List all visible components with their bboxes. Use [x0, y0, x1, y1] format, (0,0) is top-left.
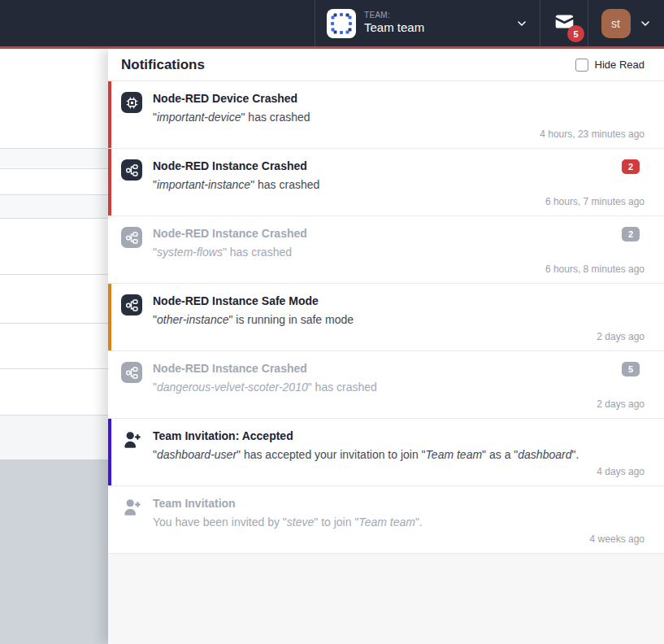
notification-message: "important-instance" has crashed	[153, 178, 644, 191]
notification-title: Team Invitation: Accepted	[153, 429, 644, 442]
avatar: st	[601, 9, 631, 38]
notification-message: You have been invited by "steve" to join…	[153, 516, 644, 529]
unread-accent-bar	[108, 284, 111, 350]
notification-timestamp: 6 hours, 8 minutes ago	[545, 263, 644, 275]
notification-message: "important-device" has crashed	[153, 111, 644, 124]
notification-body: Team Invitation: Accepted"dashboard-user…	[153, 429, 644, 461]
chip-icon	[121, 92, 142, 113]
notification-title: Node-RED Instance Crashed	[153, 159, 644, 172]
notification-timestamp: 2 days ago	[597, 331, 644, 342]
user-add-icon	[121, 429, 142, 450]
notification-title: Node-RED Instance Crashed	[153, 227, 644, 240]
notification-body: Node-RED Device Crashed"important-device…	[153, 92, 644, 124]
unread-accent-bar	[108, 351, 111, 418]
notification-count-badge: 2	[622, 159, 640, 174]
instance-icon	[121, 227, 142, 248]
notification-list: Node-RED Device Crashed"important-device…	[108, 81, 664, 554]
unread-count-badge: 5	[567, 25, 584, 42]
notification-title: Team Invitation	[153, 497, 644, 510]
chevron-down-icon	[515, 17, 528, 30]
team-switcher-text: TEAM: Team team	[364, 11, 507, 36]
notification-title: Node-RED Instance Safe Mode	[153, 294, 644, 307]
notification-body: Team InvitationYou have been invited by …	[153, 497, 644, 529]
screen: TEAM: Team team 5 st	[0, 0, 664, 644]
unread-accent-bar	[108, 486, 111, 553]
hide-read-label: Hide Read	[595, 59, 644, 71]
user-menu[interactable]: st	[588, 0, 664, 46]
notification-item[interactable]: Node-RED Instance Crashed"important-inst…	[108, 149, 664, 216]
notification-item[interactable]: Node-RED Instance Safe Mode"other-instan…	[108, 284, 664, 351]
notification-timestamp: 4 days ago	[597, 466, 644, 477]
unread-accent-bar	[108, 81, 111, 148]
team-name: Team team	[364, 20, 507, 36]
unread-accent-bar	[108, 216, 111, 283]
hide-read-checkbox[interactable]	[575, 59, 588, 72]
notification-title: Node-RED Instance Crashed	[153, 362, 644, 375]
user-add-icon	[121, 497, 142, 518]
panel-header: Notifications Hide Read	[108, 49, 664, 81]
top-navbar: TEAM: Team team 5 st	[0, 0, 664, 46]
notification-count-badge: 5	[622, 362, 640, 376]
notification-body: Node-RED Instance Crashed"system-flows" …	[153, 227, 644, 259]
notification-body: Node-RED Instance Safe Mode"other-instan…	[153, 294, 644, 326]
instance-icon	[121, 294, 142, 315]
notification-item[interactable]: Team InvitationYou have been invited by …	[108, 486, 664, 554]
team-switcher[interactable]: TEAM: Team team	[315, 0, 540, 46]
notification-title: Node-RED Device Crashed	[153, 92, 644, 105]
notification-message: "dangerous-velvet-scoter-2010" has crash…	[153, 381, 644, 394]
instance-icon	[121, 159, 142, 181]
notification-timestamp: 6 hours, 7 minutes ago	[545, 196, 644, 207]
team-accent-bar	[0, 46, 664, 49]
notification-item[interactable]: Node-RED Instance Crashed"system-flows" …	[108, 216, 664, 284]
notification-timestamp: 4 weeks ago	[590, 533, 644, 545]
navbar-spacer	[0, 0, 315, 46]
unread-accent-bar	[108, 149, 111, 215]
notification-timestamp: 4 hours, 23 minutes ago	[540, 128, 644, 140]
chevron-down-icon	[639, 17, 652, 30]
notifications-panel: Notifications Hide Read Node-RED Device …	[108, 49, 664, 644]
notification-item[interactable]: Team Invitation: Accepted"dashboard-user…	[108, 419, 664, 486]
notification-body: Node-RED Instance Crashed"important-inst…	[153, 159, 644, 191]
notification-message: "other-instance" is running in safe mode	[153, 313, 644, 326]
notifications-button[interactable]: 5	[540, 0, 588, 46]
notification-item[interactable]: Node-RED Device Crashed"important-device…	[108, 81, 664, 149]
notification-body: Node-RED Instance Crashed"dangerous-velv…	[153, 362, 644, 394]
hide-read-toggle[interactable]: Hide Read	[575, 59, 644, 72]
page-title: Notifications	[121, 57, 205, 73]
notification-count-badge: 2	[622, 227, 640, 242]
notification-item[interactable]: Node-RED Instance Crashed"dangerous-velv…	[108, 351, 664, 419]
notification-message: "system-flows" has crashed	[153, 246, 644, 259]
notification-message: "dashboard-user" has accepted your invit…	[153, 448, 644, 461]
team-icon	[327, 9, 356, 38]
team-label: TEAM:	[364, 11, 507, 21]
instance-icon	[121, 362, 142, 383]
notification-timestamp: 2 days ago	[597, 398, 644, 410]
unread-accent-bar	[108, 419, 111, 485]
